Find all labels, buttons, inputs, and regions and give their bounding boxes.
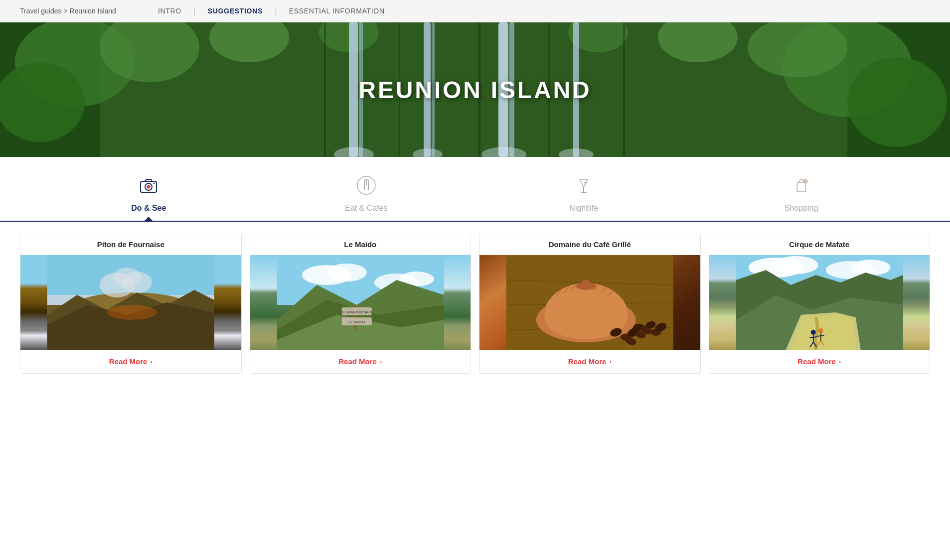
cirque-image	[709, 255, 930, 350]
card-piton-image	[20, 255, 241, 350]
nav-intro[interactable]: INTRO	[146, 5, 193, 17]
card-cirque-title: Cirque de Mafate	[709, 234, 930, 255]
category-tabs: Do & See Eat & Cafes Nightlife	[0, 157, 950, 222]
svg-rect-13	[349, 22, 358, 157]
card-cirque-footer: Read More ›	[709, 350, 930, 373]
card-piton-title: Piton de Fournaise	[20, 234, 241, 255]
svg-point-32	[154, 183, 155, 184]
hero-banner: REUNION ISLAND	[0, 22, 950, 157]
svg-point-91	[810, 330, 815, 335]
svg-point-8	[847, 57, 947, 147]
nav-suggestions[interactable]: SUGGESTIONS	[196, 5, 275, 17]
chevron-right: ›	[150, 358, 152, 365]
tab-shopping[interactable]: Shopping	[693, 172, 911, 221]
card-cafe-image	[479, 255, 700, 350]
card-cirque: Cirque de Mafate	[709, 234, 931, 374]
tab-eat-cafes-label: Eat & Cafes	[345, 204, 387, 213]
svg-point-50	[107, 305, 157, 320]
svg-rect-28	[623, 22, 625, 157]
camera-icon	[135, 172, 162, 199]
card-maido-image: LE GRAND BÉNARE LE MAIDO	[250, 255, 471, 350]
fork-icon	[353, 172, 380, 199]
svg-point-84	[773, 256, 818, 274]
coffee-image	[479, 255, 700, 350]
svg-point-47	[122, 272, 152, 293]
svg-point-86	[850, 260, 890, 276]
shopping-icon	[788, 172, 815, 199]
read-more-maido[interactable]: Read More ›	[338, 357, 382, 366]
cards-grid: Piton de Fournaise	[0, 222, 950, 386]
chevron-right-3: ›	[609, 358, 611, 365]
top-nav: Travel guides > Reunion Island INTRO | S…	[0, 0, 950, 22]
breadcrumb: Travel guides > Reunion Island	[20, 7, 116, 15]
tab-eat-cafes[interactable]: Eat & Cafes	[258, 172, 475, 221]
tab-do-see[interactable]: Do & See	[40, 172, 258, 221]
card-cafe-title: Domaine du Café Grillé	[479, 234, 700, 255]
tab-nightlife[interactable]: Nightlife	[475, 172, 693, 221]
svg-point-31	[147, 185, 151, 189]
card-maido: Le Maido	[250, 234, 472, 374]
chevron-right-4: ›	[839, 358, 841, 365]
card-piton: Piton de Fournaise	[20, 234, 242, 374]
chevron-right-2: ›	[380, 358, 382, 365]
svg-rect-81	[583, 280, 590, 289]
svg-text:LE MAIDO: LE MAIDO	[348, 320, 365, 324]
tab-shopping-label: Shopping	[785, 204, 818, 213]
card-maido-footer: Read More ›	[250, 350, 471, 373]
cocktail-icon	[570, 172, 597, 199]
nav-links: INTRO | SUGGESTIONS | ESSENTIAL INFORMAT…	[146, 5, 397, 17]
volcano-image	[20, 255, 241, 350]
nav-essential[interactable]: ESSENTIAL INFORMATION	[277, 5, 397, 17]
hero-title: REUNION ISLAND	[358, 76, 591, 104]
svg-point-53	[326, 264, 366, 281]
svg-text:LE GRAND BÉNARE: LE GRAND BÉNARE	[340, 310, 373, 314]
read-more-piton[interactable]: Read More ›	[109, 357, 153, 366]
mountain-image: LE GRAND BÉNARE LE MAIDO	[250, 255, 471, 350]
card-maido-title: Le Maido	[250, 234, 471, 255]
svg-rect-24	[324, 22, 326, 157]
svg-point-96	[818, 328, 823, 333]
tab-active-indicator	[144, 217, 154, 222]
tab-nightlife-label: Nightlife	[569, 204, 598, 213]
read-more-cirque[interactable]: Read More ›	[797, 357, 841, 366]
tab-do-see-label: Do & See	[131, 204, 166, 213]
read-more-cafe[interactable]: Read More ›	[568, 357, 612, 366]
card-piton-footer: Read More ›	[20, 350, 241, 373]
card-cirque-image	[709, 255, 930, 350]
card-cafe: Domaine du Café Grillé	[479, 234, 701, 374]
card-cafe-footer: Read More ›	[479, 350, 700, 373]
